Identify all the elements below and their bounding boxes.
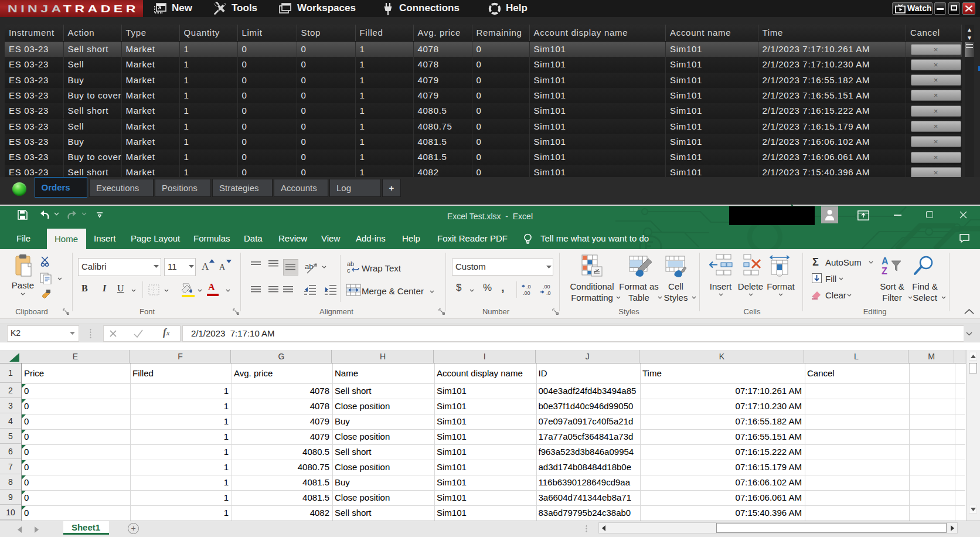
svg-text:A: A — [882, 256, 889, 266]
svg-text:c: c — [347, 267, 351, 273]
svg-text:.0: .0 — [526, 284, 531, 290]
svg-text:ab: ab — [305, 262, 313, 271]
svg-text:Z: Z — [882, 266, 887, 276]
svg-text:.00: .00 — [523, 290, 530, 296]
